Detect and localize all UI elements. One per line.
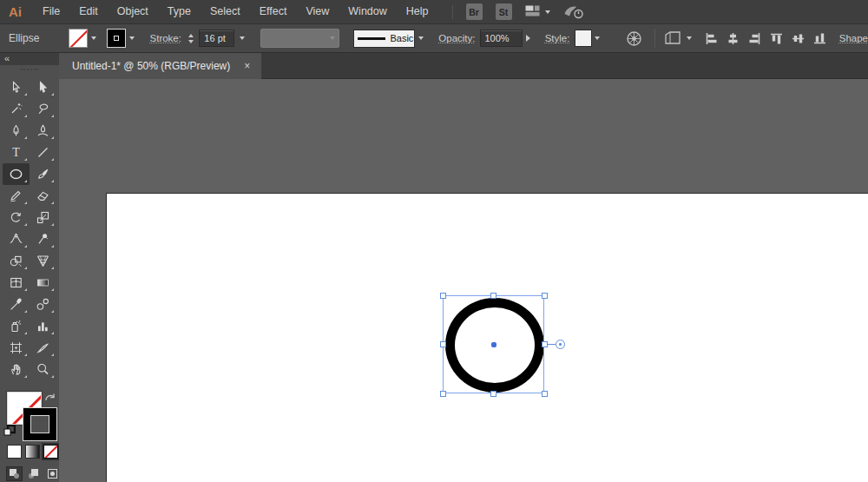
opacity-dropdown[interactable] <box>523 29 534 48</box>
tool-mesh[interactable] <box>3 272 30 294</box>
align-horizontal-right-button[interactable] <box>746 28 764 49</box>
align-vertical-bottom-button[interactable] <box>811 28 829 49</box>
none-fill-slash-icon <box>69 30 88 48</box>
share-publish-button[interactable] <box>563 4 583 19</box>
align-vertical-top-button[interactable] <box>767 28 786 49</box>
swap-fill-stroke-button[interactable] <box>44 391 56 406</box>
width-profile-dropdown <box>260 29 339 48</box>
stroke-swatch-dropdown[interactable] <box>126 29 138 48</box>
menu-file[interactable]: File <box>33 0 69 23</box>
menu-object[interactable]: Object <box>108 0 158 23</box>
workspace-switcher[interactable] <box>525 4 550 20</box>
tool-eraser[interactable] <box>30 185 56 207</box>
graphic-style-swatch[interactable] <box>575 30 591 47</box>
tool-slice[interactable] <box>30 337 56 359</box>
selection-handle-top-center[interactable] <box>490 293 496 299</box>
tool-symbol-sprayer[interactable] <box>3 315 30 337</box>
shape-panel-link[interactable]: Shape <box>839 33 868 43</box>
menu-view[interactable]: View <box>296 0 339 23</box>
stock-button[interactable]: St <box>496 3 512 20</box>
tab-close-button[interactable]: × <box>244 60 250 72</box>
tool-gradient[interactable] <box>30 272 56 294</box>
recolor-artwork-button[interactable] <box>624 28 644 49</box>
opacity-field[interactable]: 100% <box>480 30 523 47</box>
apply-none-button[interactable] <box>43 445 58 459</box>
tool-direct-selection[interactable] <box>30 76 56 98</box>
selection-handle-bottom-left[interactable] <box>440 391 446 397</box>
stroke-weight-stepper[interactable] <box>186 34 196 43</box>
tool-scale[interactable] <box>30 207 56 228</box>
menu-bar: Ai FileEditObjectTypeSelectEffectViewWin… <box>0 0 868 24</box>
controlbar-divider <box>654 29 655 48</box>
opacity-link[interactable]: Opacity: <box>438 33 475 43</box>
selection-handle-top-right[interactable] <box>542 293 548 299</box>
panel-grip[interactable] <box>0 65 59 73</box>
selection-handle-bottom-center[interactable] <box>490 391 496 397</box>
none-slash-icon <box>43 446 57 459</box>
align-vertical-center-button[interactable] <box>789 28 807 49</box>
align-horizontal-left-button[interactable] <box>702 28 720 49</box>
stroke-panel-link[interactable]: Stroke: <box>150 33 181 43</box>
bridge-button[interactable]: Br <box>466 3 483 20</box>
stroke-weight-dropdown[interactable] <box>237 29 248 48</box>
menu-help[interactable]: Help <box>397 0 438 23</box>
align-buttons <box>702 28 829 49</box>
tool-blend[interactable] <box>30 294 56 315</box>
tool-selection[interactable] <box>3 76 30 98</box>
apply-color-button[interactable] <box>7 445 22 459</box>
tool-puppet-warp[interactable] <box>30 228 56 250</box>
tool-shaper[interactable] <box>3 185 30 207</box>
align-horizontal-center-button[interactable] <box>724 28 742 49</box>
apply-gradient-button[interactable] <box>25 445 40 459</box>
workspace-layout-icon <box>525 4 540 20</box>
draw-behind-icon <box>28 468 39 479</box>
tool-column-graph[interactable] <box>30 315 56 337</box>
menu-window[interactable]: Window <box>339 0 396 23</box>
isolate-object-button[interactable] <box>664 30 692 46</box>
tool-type[interactable]: T <box>3 142 30 163</box>
live-shape-widget[interactable] <box>556 340 565 349</box>
tool-eyedropper[interactable] <box>3 294 30 315</box>
brush-definition-field[interactable]: Basic <box>353 30 415 48</box>
menu-type[interactable]: Type <box>158 0 201 23</box>
tool-width[interactable] <box>3 228 30 250</box>
menu-select[interactable]: Select <box>201 0 250 23</box>
style-link[interactable]: Style: <box>545 33 570 43</box>
default-swatches-icon <box>3 425 16 436</box>
tool-perspective-grid[interactable] <box>30 250 56 272</box>
tool-zoom[interactable] <box>30 359 56 380</box>
draw-normal-button[interactable] <box>6 466 23 481</box>
selection-handle-middle-left[interactable] <box>440 341 446 347</box>
document-tab[interactable]: Untitled-1* @ 50% (RGB/Preview) × <box>59 53 261 79</box>
fill-color-swatch[interactable] <box>69 29 88 48</box>
stroke-color-control[interactable] <box>23 407 57 441</box>
selection-handle-top-left[interactable] <box>440 293 446 299</box>
tool-curvature[interactable] <box>30 120 56 142</box>
tool-shape-builder[interactable] <box>3 250 30 272</box>
drawing-mode-buttons <box>6 466 61 481</box>
tool-line-segment[interactable] <box>30 142 56 163</box>
brush-definition-dropdown[interactable] <box>415 29 426 48</box>
stroke-weight-field[interactable]: 16 pt <box>199 30 233 47</box>
selection-handle-bottom-right[interactable] <box>542 391 548 397</box>
tool-hand[interactable] <box>3 359 30 380</box>
shape-center-point[interactable] <box>491 342 496 347</box>
collapse-panel-button[interactable]: « <box>4 53 10 63</box>
graphic-style-dropdown[interactable] <box>592 29 603 48</box>
tool-lasso[interactable] <box>30 98 56 120</box>
draw-behind-button[interactable] <box>25 466 42 481</box>
tool-artboard[interactable] <box>3 337 30 359</box>
tool-rotate[interactable] <box>3 207 30 228</box>
stroke-color-swatch[interactable] <box>107 29 126 48</box>
draw-normal-icon <box>9 468 20 479</box>
tool-pen[interactable] <box>3 120 30 142</box>
tool-ellipse[interactable] <box>3 163 30 185</box>
fill-swatch-dropdown[interactable] <box>88 29 100 48</box>
canvas-area[interactable] <box>59 79 868 482</box>
tool-paintbrush[interactable] <box>30 163 56 185</box>
menu-effect[interactable]: Effect <box>250 0 297 23</box>
tool-magic-wand[interactable] <box>3 98 30 120</box>
menu-edit[interactable]: Edit <box>69 0 108 23</box>
default-fill-stroke-button[interactable] <box>3 424 16 439</box>
chevron-down-icon <box>687 36 692 40</box>
